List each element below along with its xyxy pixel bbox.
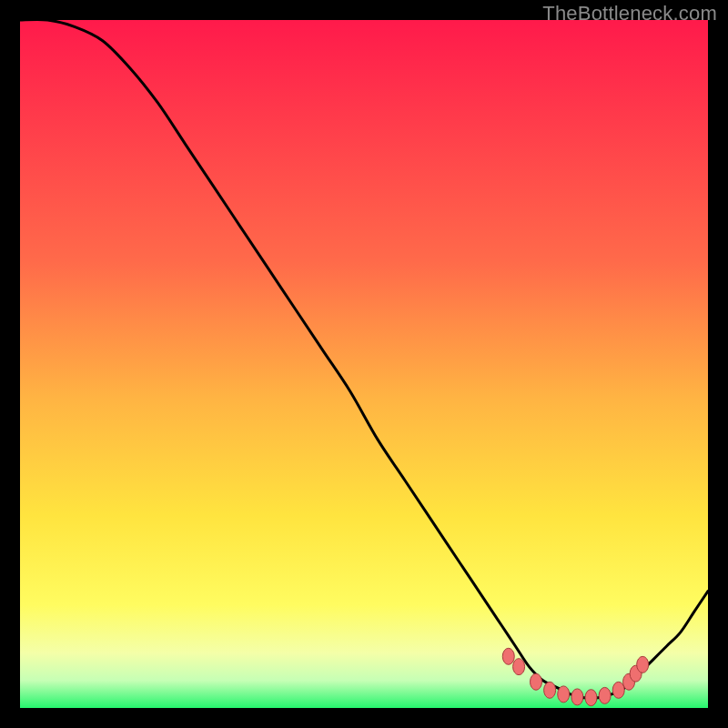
marker-dot	[513, 659, 525, 675]
bottleneck-chart	[20, 20, 708, 708]
marker-dot	[637, 656, 649, 672]
marker-dot	[612, 682, 624, 698]
marker-dot	[502, 648, 514, 664]
marker-dot	[585, 690, 597, 706]
marker-dot	[558, 686, 570, 703]
watermark-text: TheBottleneck.com	[542, 2, 717, 25]
marker-dot	[544, 682, 556, 698]
chart-frame	[20, 20, 708, 708]
marker-dot	[571, 689, 583, 705]
marker-dot	[599, 687, 611, 703]
gradient-background	[20, 20, 708, 708]
marker-dot	[531, 673, 542, 690]
